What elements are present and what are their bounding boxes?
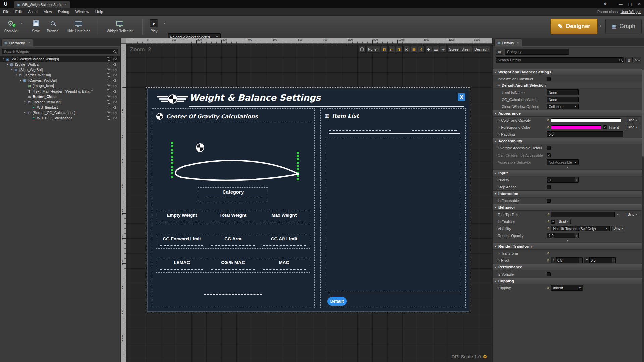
widget-reflector-button[interactable]: Widget Reflector [101, 17, 138, 37]
foreground-color-swatch[interactable] [551, 125, 601, 129]
stop-action-checkbox[interactable] [547, 185, 551, 189]
hierarchy-row[interactable]: ▾ [Border_ItemList] [0, 99, 120, 105]
expand-arrow-icon[interactable]: ▾ [23, 101, 27, 103]
lock-icon[interactable] [106, 63, 112, 66]
reset-to-default-icon[interactable]: ↺ [547, 125, 549, 129]
reset-to-default-icon[interactable]: ↺ [547, 118, 549, 122]
hierarchy-tab[interactable]: ▤ Hierarchy ✕ [1, 39, 33, 46]
eye-icon[interactable] [112, 63, 118, 66]
hierarchy-tab-close-icon[interactable]: ✕ [28, 41, 31, 44]
advanced-expander[interactable]: ▾ [493, 239, 642, 243]
desired-size-dropdown[interactable]: Desired▾ [473, 46, 490, 53]
section-weight-balance-settings[interactable]: ▾ Weight and Balance Settings [493, 69, 642, 75]
eye-icon[interactable] [112, 90, 118, 93]
menu-asset[interactable]: Asset [25, 8, 41, 15]
spinner-knob[interactable]: ▲▼ [575, 233, 579, 238]
lock-icon[interactable] [106, 68, 112, 71]
hierarchy-row[interactable]: ▾ [Size_WgtBal] [0, 67, 120, 72]
hierarchy-row[interactable]: ▾ [Image_Icon] [0, 83, 120, 88]
lock-icon[interactable] [106, 84, 112, 87]
hierarchy-row[interactable]: ▾ [Border_CG_Calculations] [0, 110, 120, 115]
snap-grid-button[interactable]: ▦ [411, 46, 417, 53]
clipping-dropdown[interactable]: Inherit▼ [551, 285, 583, 291]
color-opacity-bind-button[interactable]: Bind▼ [626, 118, 639, 123]
graph-mode-button[interactable]: ▦ Graph [605, 19, 642, 34]
grid-size-button[interactable]: 4 [418, 46, 425, 53]
priority-spinner[interactable]: 0 ▲▼ [547, 177, 579, 183]
transform-handles-button[interactable]: ✣ [425, 46, 432, 53]
hierarchy-row[interactable]: ▾ Button_Close [0, 94, 120, 99]
eye-icon[interactable] [112, 79, 118, 82]
play-options-arrow-icon[interactable]: ▾ [164, 22, 165, 25]
preview-none-dropdown[interactable]: None▾ [366, 46, 380, 53]
eye-icon[interactable] [112, 112, 118, 114]
tooltip-bind-button[interactable]: Bind▼ [626, 212, 639, 217]
lock-icon[interactable] [106, 57, 112, 61]
expander-icon[interactable]: ▷ [498, 252, 500, 255]
reset-to-default-icon[interactable]: ↺ [547, 213, 549, 216]
reset-to-default-icon[interactable]: ↺ [547, 227, 549, 230]
hierarchy-row[interactable]: ▾ WB_ItemList [0, 105, 120, 110]
compile-options-arrow-icon[interactable]: ▾ [21, 22, 22, 25]
section-behavior[interactable]: ▾ Behavior [493, 204, 642, 211]
section-default-aircraft-selection[interactable]: ▾ Default Aircraft Selection [493, 82, 642, 89]
menu-help[interactable]: Help [92, 8, 106, 15]
lock-icon[interactable] [106, 95, 112, 98]
expand-arrow-icon[interactable]: ▾ [10, 68, 14, 71]
reset-to-default-icon[interactable]: ↺ [547, 286, 549, 290]
visibility-dropdown[interactable]: Not Hit-Testable (Self Only)▼ [551, 226, 610, 231]
asset-tab-close-icon[interactable]: ✕ [65, 3, 67, 6]
is-enabled-checkbox[interactable] [551, 220, 555, 224]
details-tab-close-icon[interactable]: ✕ [517, 41, 519, 44]
cg-calculationname-input[interactable]: None [547, 97, 579, 102]
hierarchy-row[interactable]: ▾ WB_CG_Calculations [0, 115, 120, 121]
combo-arrow-icon[interactable]: ▼ [616, 214, 619, 216]
lock-preview-button[interactable] [388, 46, 395, 53]
spinner-knob[interactable]: ▲▼ [579, 257, 583, 263]
inherit-checkbox[interactable] [603, 125, 607, 129]
parent-class-link[interactable]: User Widget [620, 10, 641, 14]
color-opacity-swatch[interactable] [551, 118, 621, 122]
is-focusable-checkbox[interactable] [547, 199, 551, 203]
section-input[interactable]: ▾ Input [493, 170, 642, 176]
details-scrollbar[interactable] [642, 69, 644, 362]
section-clipping[interactable]: ▾ Clipping [493, 278, 642, 284]
minimize-button[interactable]: — [616, 0, 625, 8]
menu-debug[interactable]: Debug [55, 8, 72, 15]
itemlistname-input[interactable]: None [547, 89, 579, 95]
stats-button[interactable]: ∿ [440, 46, 447, 53]
browse-button[interactable]: Browse [44, 17, 61, 37]
hierarchy-row[interactable]: ▾ [Text_MainHeader] "Weight & Bala.." [0, 88, 120, 94]
lock-icon[interactable] [106, 116, 112, 120]
expander-icon[interactable]: ▷ [498, 119, 500, 122]
lock-icon[interactable] [106, 79, 112, 82]
expand-arrow-icon[interactable]: ▾ [1, 58, 5, 60]
widget-selection-outline[interactable]: Weight & Balance Settings X Center Of Gr… [146, 87, 470, 313]
section-appearance[interactable]: ▾ Appearance [493, 110, 642, 117]
details-tab[interactable]: ▤ Details ✕ [494, 39, 522, 46]
lock-icon[interactable] [106, 73, 112, 77]
hierarchy-row[interactable]: ▾ [Canvas_WgtBal] [0, 78, 120, 83]
render-opacity-spinner[interactable]: 1.0 ▲▼ [547, 233, 579, 238]
widget-close-button[interactable]: X [458, 93, 465, 101]
hierarchy-search-input[interactable]: Search Widgets [2, 49, 118, 54]
is-volatile-checkbox[interactable] [547, 272, 551, 276]
eye-icon[interactable] [112, 117, 118, 119]
hide-unrelated-button[interactable]: Hide Unrelated [63, 17, 94, 37]
item-list-panel[interactable]: ▦ Item List Default [320, 108, 466, 308]
lock-icon[interactable] [106, 100, 112, 104]
expand-arrow-icon[interactable]: ▾ [6, 63, 9, 66]
reset-to-default-icon[interactable]: ↺ [547, 251, 549, 255]
category-input[interactable]: Category [505, 49, 569, 55]
can-children-accessible-checkbox[interactable] [547, 153, 551, 157]
advanced-expander[interactable]: ▾ [493, 166, 642, 170]
section-interaction[interactable]: ▾ Interaction [493, 190, 642, 197]
localization-preview-button[interactable] [358, 46, 366, 53]
eye-icon[interactable] [112, 106, 118, 109]
view-options-icon[interactable]: ▾ [634, 57, 641, 63]
expand-arrow-icon[interactable]: ▾ [19, 79, 22, 82]
initialize-on-construct-checkbox[interactable] [547, 77, 551, 81]
visibility-bind-button[interactable]: Bind▼ [611, 226, 625, 231]
category-list-icon[interactable]: ▤ [496, 49, 503, 55]
designer-viewport[interactable]: 0100200300400500600700800900100011001200… [121, 38, 492, 362]
